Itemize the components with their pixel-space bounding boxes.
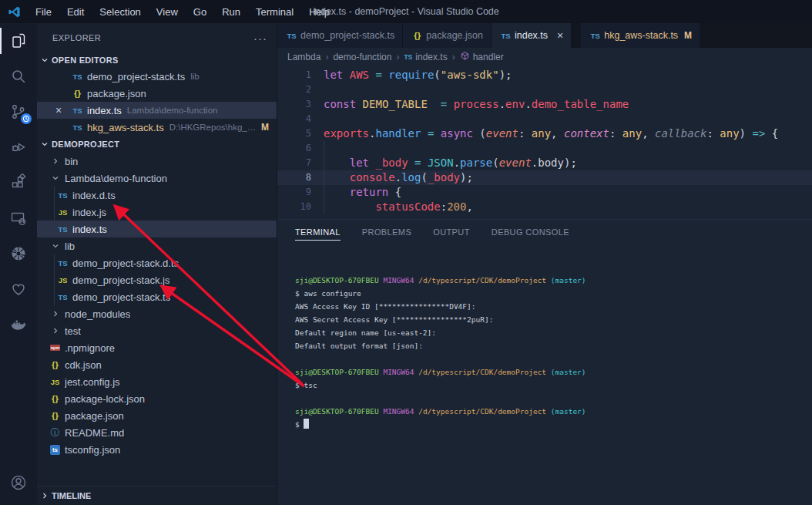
tree-item-readme.md[interactable]: ⓘREADME.md (37, 424, 277, 441)
sidebar-header: EXPLORER ··· (37, 23, 277, 52)
tree-item-index.js[interactable]: JSindex.js (37, 204, 277, 221)
tree-item-label: cdk.json (65, 359, 102, 371)
menu-terminal[interactable]: Terminal (249, 4, 300, 20)
timeline-section-header[interactable]: TIMELINE (37, 486, 277, 505)
tab-package.json[interactable]: {}package.json (403, 23, 492, 48)
more-actions-button[interactable]: ··· (253, 32, 267, 45)
open-editor-description: lib (190, 72, 277, 81)
run-and-debug-button[interactable] (0, 130, 37, 165)
ts-file-icon: TS (499, 32, 512, 40)
code-line-2: 2 (277, 82, 812, 97)
menu-view[interactable]: View (149, 4, 185, 20)
line-number: 4 (277, 112, 311, 126)
tab-label: package.json (426, 30, 483, 41)
menu-file[interactable]: File (29, 4, 59, 20)
explorer-button[interactable] (0, 23, 37, 59)
account-button[interactable] (0, 465, 37, 500)
extensions-button[interactable] (0, 165, 37, 200)
favorites-button[interactable] (0, 271, 37, 307)
terminal-prompt: sji@DESKTOP-670FBEU MINGW64 /d/typescrip… (295, 365, 812, 379)
breadcrumb: Lambda›demo-function›TSindex.ts›handler (277, 48, 812, 66)
tree-item-.npmignore[interactable]: npm.npmignore (37, 339, 277, 356)
menu-bar: FileEditSelectionViewGoRunTerminalHelp (29, 4, 337, 20)
tree-item-tsconfig.json[interactable]: tstsconfig.json (37, 441, 277, 458)
tree-item-demo-project-stack.d.ts[interactable]: TSdemo_project-stack.d.ts (37, 254, 277, 271)
tab-label: index.ts (515, 30, 548, 41)
extensions-icon (9, 173, 28, 192)
panel-tab-output[interactable]: OUTPUT (433, 223, 470, 241)
breadcrumb-item-handler[interactable]: handler (460, 51, 504, 63)
menu-run[interactable]: Run (215, 4, 247, 20)
tab-demo_project-stack.ts[interactable]: TSdemo_project-stack.ts (277, 23, 403, 48)
menu-help[interactable]: Help (302, 4, 337, 20)
tab-hkg_aws-stack.ts[interactable]: TShkg_aws-stack.tsM (581, 23, 700, 48)
docker-button[interactable] (0, 307, 37, 342)
tsconfig-file-icon: ts (49, 445, 62, 455)
terminal-command: $ (295, 418, 812, 431)
menu-edit[interactable]: Edit (60, 4, 91, 20)
tree-item-index.d.ts[interactable]: TSindex.d.ts (37, 187, 277, 204)
panel-tab-terminal[interactable]: TERMINAL (295, 223, 341, 241)
open-editor-hkg_aws-stack.ts[interactable]: TShkg_aws-stack.tsD:\HKGRepos\hkg_a...M (37, 119, 277, 136)
menu-go[interactable]: Go (186, 4, 213, 20)
open-editor-description: D:\HKGRepos\hkg_a... (169, 123, 257, 132)
tab-index.ts[interactable]: TSindex.ts× (492, 23, 572, 48)
project-section-header[interactable]: DEMOPROJECT (37, 136, 277, 153)
search-icon (9, 67, 28, 86)
panel-tab-problems[interactable]: PROBLEMS (362, 223, 411, 241)
tree-item-lib[interactable]: lib (37, 237, 277, 254)
tree-item-jest.config.js[interactable]: JSjest.config.js (37, 373, 277, 390)
tree-item-label: tsconfig.json (65, 444, 120, 456)
code-line-8: 8 console.log(_body); (277, 170, 812, 185)
tree-item-bin[interactable]: bin (37, 153, 277, 170)
tree-item-package-lock.json[interactable]: {}package-lock.json (37, 390, 277, 407)
code-editor[interactable]: 1let AWS = require("aws-sdk");23const DE… (277, 66, 812, 219)
tree-item-demo-project-stack.js[interactable]: JSdemo_project-stack.js (37, 271, 277, 288)
tree-item-index.ts[interactable]: TSindex.ts (37, 221, 277, 237)
menu-selection[interactable]: Selection (92, 4, 147, 20)
remote-explorer-button[interactable] (0, 200, 37, 236)
search-button[interactable] (0, 59, 37, 94)
terminal[interactable]: sji@DESKTOP-670FBEU MINGW64 /d/typescrip… (277, 243, 812, 505)
tree-item-node-modules[interactable]: node_modules (37, 305, 277, 322)
terminal-output: AWS Access Key ID [****************DV4F]… (295, 300, 812, 313)
breadcrumb-item-demo-function[interactable]: demo-function (333, 52, 391, 62)
tree-item-test[interactable]: test (37, 322, 277, 339)
timeline-label: TIMELINE (52, 491, 91, 500)
terminal-prompt: sji@DESKTOP-670FBEU MINGW64 /d/typescrip… (295, 405, 812, 418)
kubernetes-button[interactable] (0, 236, 37, 271)
panel-tab-debug-console[interactable]: DEBUG CONSOLE (492, 223, 569, 241)
file-tree: binLambda\demo-functionTSindex.d.tsJSind… (37, 153, 277, 486)
indent-guide (54, 288, 55, 305)
breadcrumb-item-Lambda[interactable]: Lambda (287, 52, 320, 62)
breadcrumb-item-index.ts[interactable]: TSindex.ts (404, 52, 447, 62)
tree-item-cdk.json[interactable]: {}cdk.json (37, 356, 277, 373)
open-editor-demo_project-stack.ts[interactable]: TSdemo_project-stack.tslib (37, 68, 277, 85)
tree-item-package.json[interactable]: {}package.json (37, 407, 277, 424)
close-icon[interactable]: × (557, 29, 563, 42)
open-editor-index.ts[interactable]: ×TSindex.tsLambda\demo-function (37, 102, 277, 119)
line-number: 7 (277, 156, 311, 170)
code-line-7: 7 let _body = JSON.parse(event.body); (277, 156, 812, 170)
tree-item-demo-project-stack.ts[interactable]: TSdemo_project-stack.ts (37, 288, 277, 305)
ts-file-icon: TS (285, 32, 298, 40)
indent-guide (54, 187, 55, 204)
code-line-3: 3const DEMO_TABLE = process.env.demo_tab… (277, 97, 812, 112)
chevron-down-icon (40, 140, 49, 149)
braces-file-icon: {} (71, 89, 84, 98)
code-text: return { (324, 185, 401, 200)
terminal-command: $ tsc (295, 379, 812, 392)
ts-file-icon: TS (56, 225, 69, 234)
open-editors-section-header[interactable]: OPEN EDITORS (37, 52, 277, 68)
tree-item-lambda-demo-function[interactable]: Lambda\demo-function (37, 170, 277, 187)
source-control-button[interactable] (0, 94, 37, 130)
pending-changes-badge (21, 113, 32, 124)
close-icon[interactable]: × (55, 104, 71, 116)
chevron-down-icon (49, 173, 62, 183)
chevron-right-icon (49, 309, 62, 318)
braces-file-icon: {} (49, 394, 62, 403)
open-editor-label: demo_project-stack.ts (87, 71, 185, 82)
open-editor-package.json[interactable]: {}package.json (37, 85, 277, 102)
vscode-logo-icon (8, 5, 21, 19)
terminal-prompt: sji@DESKTOP-670FBEU MINGW64 /d/typescrip… (295, 274, 812, 287)
